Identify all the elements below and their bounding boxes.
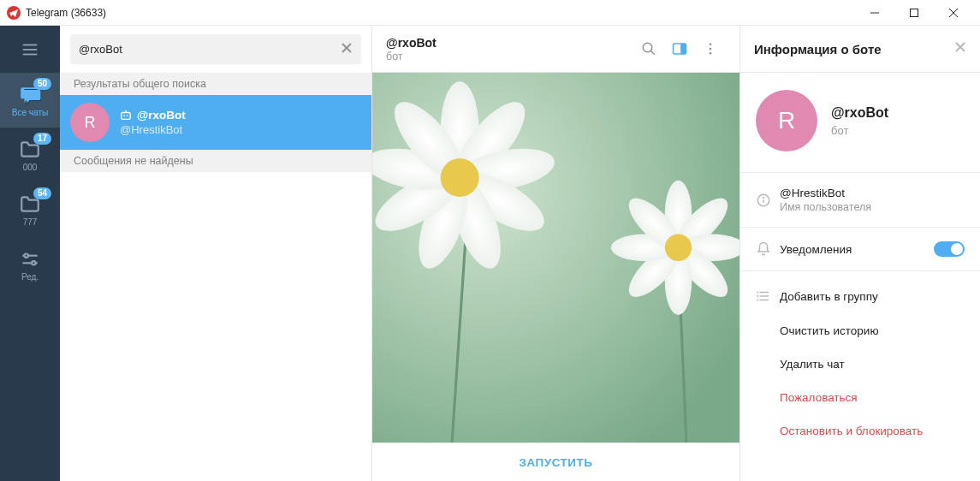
action-label: Пожаловаться — [780, 391, 858, 404]
svg-point-56 — [757, 296, 758, 297]
close-info-panel-button[interactable] — [954, 41, 966, 56]
result-username: @HrestikBot — [120, 123, 186, 136]
svg-point-55 — [757, 292, 758, 293]
svg-point-18 — [643, 43, 652, 52]
svg-line-19 — [650, 50, 655, 55]
svg-point-24 — [710, 52, 712, 55]
clear-history-action[interactable]: Очистить историю — [740, 314, 980, 347]
add-to-group-action[interactable]: Добавить в группу — [740, 278, 980, 314]
result-name: @rxoBot — [137, 109, 186, 122]
avatar: R — [756, 90, 817, 151]
stop-and-block-action[interactable]: Остановить и блокировать — [740, 414, 980, 448]
chat-title: @rxoBot — [386, 36, 633, 50]
notifications-toggle[interactable] — [934, 241, 965, 257]
search-results-header: Результаты общего поиска — [60, 73, 371, 95]
bell-icon — [756, 241, 771, 257]
folder-badge: 54 — [33, 187, 51, 199]
close-window-button[interactable] — [934, 0, 973, 26]
info-username: @HrestikBot — [780, 187, 965, 199]
info-icon — [756, 193, 771, 208]
avatar: R — [70, 103, 110, 142]
svg-point-37 — [441, 158, 479, 197]
action-label: Удалить чат — [780, 358, 845, 371]
start-bot-label: ЗАПУСТИТЬ — [520, 456, 593, 469]
side-panel-icon — [672, 41, 687, 56]
info-panel-title: Информация о боте — [754, 42, 954, 56]
notifications-label: Уведомления — [780, 243, 934, 256]
folder-label: 777 — [23, 217, 38, 227]
info-subtitle: бот — [831, 124, 888, 137]
bot-icon — [120, 110, 132, 122]
svg-point-16 — [127, 115, 128, 116]
info-name: @rxoBot — [831, 105, 888, 121]
search-icon — [641, 41, 656, 56]
main-menu-button[interactable] — [0, 26, 60, 73]
close-icon — [954, 41, 966, 53]
chat-subtitle: бот — [386, 50, 633, 62]
search-result-item[interactable]: R @rxoBot @HrestikBot — [60, 95, 371, 150]
svg-rect-14 — [122, 112, 131, 119]
report-action[interactable]: Пожаловаться — [740, 381, 980, 414]
folder-label: 000 — [23, 163, 38, 172]
maximize-button[interactable] — [894, 0, 934, 26]
info-panel: Информация о боте R @rxoBot бот @Hrestik… — [740, 26, 980, 481]
sliders-icon — [19, 248, 41, 270]
toggle-side-panel-button[interactable] — [664, 33, 695, 64]
svg-point-15 — [123, 115, 125, 116]
chat-list-column: Результаты общего поиска R @rxoBot @Hres… — [60, 26, 372, 481]
start-bot-button[interactable]: ЗАПУСТИТЬ — [372, 442, 739, 481]
folder-badge: 50 — [33, 78, 51, 90]
search-messages-not-found: Сообщения не найдены — [60, 150, 371, 172]
folder-777[interactable]: 54 777 — [0, 182, 60, 237]
info-profile-block: R @rxoBot бот — [740, 73, 980, 173]
folder-rail: 50 Все чаты 17 000 54 777 Ред. — [0, 26, 60, 481]
clear-search-button[interactable] — [341, 42, 353, 57]
svg-rect-21 — [681, 44, 686, 54]
chat-more-menu-button[interactable] — [695, 33, 726, 64]
svg-rect-2 — [911, 9, 918, 16]
search-input[interactable] — [79, 43, 341, 56]
chat-background-image — [372, 73, 739, 442]
info-username-label: Имя пользователя — [780, 201, 965, 213]
chat-title-area[interactable]: @rxoBot бот — [386, 36, 633, 62]
folder-all-chats[interactable]: 50 Все чаты — [0, 73, 60, 128]
minimize-button[interactable] — [855, 0, 894, 26]
window-title: Telegram (36633) — [26, 7, 106, 19]
folder-edit[interactable]: Ред. — [0, 237, 60, 292]
action-label: Очистить историю — [780, 324, 879, 337]
chat-header: @rxoBot бот — [372, 26, 739, 73]
folder-label: Ред. — [21, 272, 39, 282]
window-titlebar: Telegram (36633) — [0, 0, 980, 26]
svg-point-9 — [25, 253, 28, 257]
svg-point-46 — [665, 235, 692, 261]
info-username-row[interactable]: @HrestikBot Имя пользователя — [740, 173, 980, 228]
info-notifications-row[interactable]: Уведомления — [740, 228, 980, 271]
telegram-app-icon — [7, 6, 21, 20]
chat-body — [372, 73, 739, 442]
more-vertical-icon — [703, 41, 718, 56]
svg-point-11 — [32, 261, 35, 264]
folder-badge: 17 — [33, 133, 51, 145]
svg-point-57 — [757, 300, 758, 300]
search-in-chat-button[interactable] — [633, 33, 664, 64]
delete-chat-action[interactable]: Удалить чат — [740, 347, 980, 381]
folder-label: Все чаты — [12, 108, 48, 117]
chat-column: @rxoBot бот — [372, 26, 740, 481]
action-label: Остановить и блокировать — [780, 425, 923, 437]
svg-point-23 — [710, 48, 712, 50]
folder-000[interactable]: 17 000 — [0, 128, 60, 182]
svg-point-51 — [763, 197, 764, 198]
list-icon — [756, 288, 771, 304]
search-box — [70, 34, 361, 64]
action-label: Добавить в группу — [780, 290, 878, 303]
svg-point-22 — [710, 43, 712, 45]
